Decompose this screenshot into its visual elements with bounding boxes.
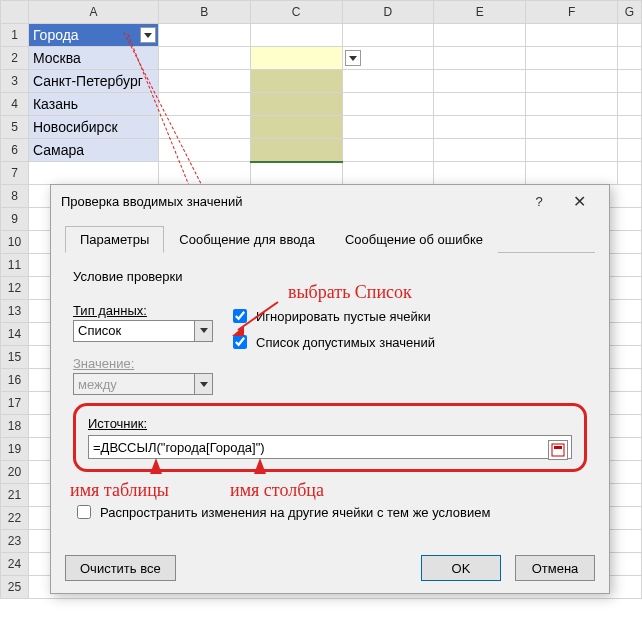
dropdown-target-cell[interactable] xyxy=(250,116,342,139)
cell-D1[interactable] xyxy=(342,24,434,47)
select-all-corner[interactable] xyxy=(1,1,29,24)
dialog-title: Проверка вводимых значений xyxy=(61,194,242,209)
cell-F1[interactable] xyxy=(526,24,618,47)
range-picker-icon xyxy=(551,443,565,457)
col-header-E[interactable]: E xyxy=(434,1,526,24)
cell-E1[interactable] xyxy=(434,24,526,47)
ignore-blank-checkbox[interactable]: Игнорировать пустые ячейки xyxy=(229,306,435,326)
source-highlight-box: Источник: xyxy=(73,403,587,472)
row-header-5[interactable]: 5 xyxy=(1,116,29,139)
data-value-combo: между xyxy=(73,373,213,395)
source-input[interactable] xyxy=(88,435,572,459)
col-header-D[interactable]: D xyxy=(342,1,434,24)
data-validation-dialog: Проверка вводимых значений ? ✕ Параметры… xyxy=(50,184,610,594)
propagate-checkbox[interactable]: Распространить изменения на другие ячейк… xyxy=(73,502,587,522)
incell-dropdown-checkbox[interactable]: Список допустимых значений xyxy=(229,332,435,352)
table-row[interactable]: Самара xyxy=(28,139,158,162)
validation-criteria-label: Условие проверки xyxy=(73,269,587,284)
source-label: Источник: xyxy=(88,416,572,431)
help-icon: ? xyxy=(535,194,542,209)
table-header-text: Города xyxy=(33,27,79,43)
incell-dropdown-button[interactable] xyxy=(345,50,361,66)
col-header-A[interactable]: A xyxy=(28,1,158,24)
table-row[interactable]: Москва xyxy=(28,47,158,70)
chevron-down-icon xyxy=(144,33,152,38)
tab-error-alert[interactable]: Сообщение об ошибке xyxy=(330,226,498,253)
table-row[interactable]: Казань xyxy=(28,93,158,116)
dialog-tabs: Параметры Сообщение для ввода Сообщение … xyxy=(65,225,595,253)
incell-dropdown-input[interactable] xyxy=(233,335,247,349)
chevron-down-icon xyxy=(349,56,357,61)
allow-type-value: Список xyxy=(78,323,121,338)
data-value-label: Значение: xyxy=(73,356,213,371)
ignore-blank-label: Игнорировать пустые ячейки xyxy=(256,309,431,324)
row-header-2[interactable]: 2 xyxy=(1,47,29,70)
close-button[interactable]: ✕ xyxy=(559,186,599,216)
cell-C1[interactable] xyxy=(250,24,342,47)
row-header-4[interactable]: 4 xyxy=(1,93,29,116)
clear-all-button[interactable]: Очистить все xyxy=(65,555,176,581)
range-picker-button[interactable] xyxy=(548,440,568,460)
svg-rect-0 xyxy=(552,444,564,456)
close-icon: ✕ xyxy=(573,192,586,211)
ignore-blank-input[interactable] xyxy=(233,309,247,323)
svg-rect-1 xyxy=(554,446,562,449)
chevron-down-icon xyxy=(200,382,208,387)
allow-type-label: Тип данных: xyxy=(73,303,213,318)
dropdown-target-cell[interactable] xyxy=(250,47,342,70)
dialog-titlebar[interactable]: Проверка вводимых значений ? ✕ xyxy=(51,185,609,217)
tab-input-message[interactable]: Сообщение для ввода xyxy=(164,226,330,253)
combo-arrow xyxy=(194,374,212,394)
help-button[interactable]: ? xyxy=(519,186,559,216)
cell-G1[interactable] xyxy=(617,24,641,47)
dropdown-target-cell[interactable] xyxy=(250,93,342,116)
table-row[interactable]: Санкт-Петербург xyxy=(28,70,158,93)
cell-B1[interactable] xyxy=(158,24,250,47)
row-header-1[interactable]: 1 xyxy=(1,24,29,47)
col-header-B[interactable]: B xyxy=(158,1,250,24)
row-header-3[interactable]: 3 xyxy=(1,70,29,93)
dialog-footer: Очистить все OK Отмена xyxy=(51,543,609,593)
data-value-value: между xyxy=(78,377,117,392)
row-header-6[interactable]: 6 xyxy=(1,139,29,162)
tab-parameters[interactable]: Параметры xyxy=(65,226,164,253)
allow-type-combo[interactable]: Список xyxy=(73,320,213,342)
filter-dropdown-button[interactable] xyxy=(140,27,156,43)
incell-dropdown-label: Список допустимых значений xyxy=(256,335,435,350)
dropdown-target-cell[interactable] xyxy=(250,70,342,93)
tab-panel-parameters: Условие проверки Тип данных: Список Игно… xyxy=(51,253,609,536)
ok-button[interactable]: OK xyxy=(421,555,501,581)
dropdown-target-cell[interactable] xyxy=(250,139,342,162)
cancel-button[interactable]: Отмена xyxy=(515,555,595,581)
table-row[interactable]: Новосибирск xyxy=(28,116,158,139)
chevron-down-icon xyxy=(200,328,208,333)
col-header-G[interactable]: G xyxy=(617,1,641,24)
propagate-label: Распространить изменения на другие ячейк… xyxy=(100,505,490,520)
table-header-cell[interactable]: Города xyxy=(28,24,158,47)
col-header-C[interactable]: C xyxy=(250,1,342,24)
propagate-input[interactable] xyxy=(77,505,91,519)
col-header-F[interactable]: F xyxy=(526,1,618,24)
combo-arrow[interactable] xyxy=(194,321,212,341)
